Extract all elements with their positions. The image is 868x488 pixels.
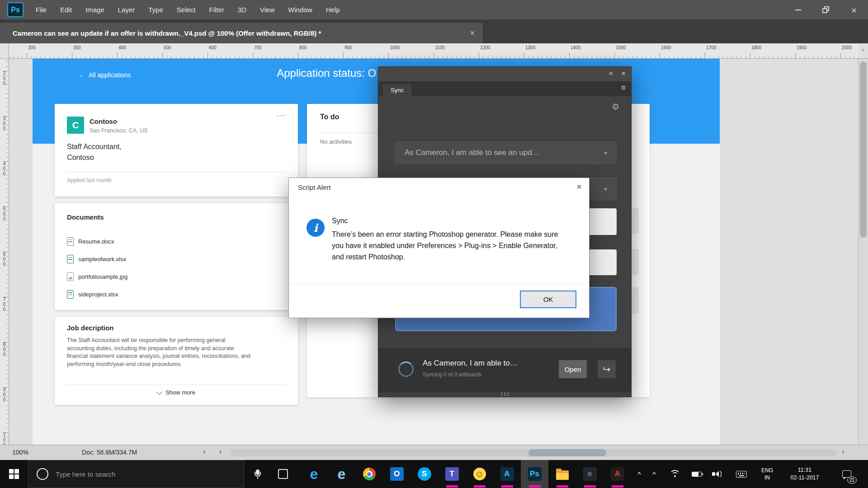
running-indicator [446, 485, 458, 488]
ruler-mark: 2000 [842, 45, 852, 50]
running-indicator [584, 485, 596, 488]
volume-button[interactable]: ) [708, 460, 726, 488]
chevron-up-icon: ^ [637, 470, 641, 478]
taskbar-acrobat-button[interactable]: A [604, 460, 631, 488]
menu-bar: Ps FileEditImageLayerTypeSelectFilter3DV… [0, 0, 868, 20]
menu-item-help[interactable]: Help [319, 0, 347, 20]
search-input[interactable] [55, 470, 204, 479]
script-alert-dialog: Script Alert × i Sync There’s been an er… [288, 178, 590, 318]
show-hidden-icons-button[interactable]: ^ [631, 460, 647, 488]
ok-button[interactable]: OK [520, 291, 576, 308]
back-arrow-icon: ← [78, 71, 85, 79]
minimize-button[interactable] [784, 0, 812, 20]
restore-button[interactable] [812, 0, 840, 20]
taskbar-emoji-button[interactable]: ☺ [466, 460, 493, 488]
chevron-down-icon [156, 389, 162, 395]
collapse-panel-icon[interactable]: « [609, 69, 613, 77]
horizontal-scrollbar-thumb[interactable] [528, 449, 606, 456]
ruler-mark: 1400 [571, 45, 580, 50]
vertical-scrollbar[interactable] [858, 59, 868, 445]
menu-item-file[interactable]: File [29, 0, 53, 20]
info-icon: i [307, 219, 325, 237]
taskbar-teams-button[interactable]: T [438, 460, 466, 488]
menu-item-3d[interactable]: 3D [231, 0, 253, 20]
window-controls: × [784, 0, 868, 20]
menu-item-select[interactable]: Select [170, 0, 203, 20]
tab-sync[interactable]: Sync [383, 84, 411, 96]
taskbar-photoshop-button[interactable]: Ps [521, 460, 548, 488]
tray-chevron-button[interactable]: ^ [647, 460, 661, 488]
ruler-mark: 200 [28, 45, 36, 50]
ruler-mark: 1200 [480, 45, 490, 50]
touch-keyboard-button[interactable] [731, 460, 751, 488]
document-size-info: Doc: 58.8M/334.7M [82, 449, 137, 456]
artboard-dropdown[interactable]: As Cameron, I am able to see an upd… ▾ [395, 141, 617, 164]
sync-panel-tabstrip: Sync ≡ [378, 81, 631, 96]
ruler-mark: 8 0 0 [0, 342, 9, 357]
notification-badge: 21 [847, 477, 857, 483]
share-button[interactable]: ↪ [598, 360, 616, 378]
time-text: 11:31 [798, 466, 811, 474]
date-text: 02-11-2017 [790, 474, 819, 482]
ruler-mark: 9 0 0 [0, 387, 9, 402]
taskbar-app-a-button[interactable]: A [493, 460, 521, 488]
ruler-mark: 7 0 0 [0, 297, 9, 312]
menu-item-type[interactable]: Type [142, 0, 170, 20]
panel-menu-icon[interactable]: ≡ [621, 83, 626, 93]
battery-button[interactable] [688, 460, 705, 488]
task-view-button[interactable] [271, 460, 295, 488]
panel-resize-grip[interactable] [501, 392, 509, 396]
taskbar-file-explorer-button[interactable] [548, 460, 576, 488]
job-role-line2: Contoso [67, 154, 94, 162]
document-name: sideproject.xlsx [78, 291, 118, 298]
start-button[interactable] [0, 460, 28, 488]
taskbar-app-dark-button[interactable]: ■ [576, 460, 604, 488]
taskbar-chrome-button[interactable] [355, 460, 383, 488]
dialog-close-icon[interactable]: × [576, 182, 582, 192]
clock[interactable]: 11:31 02-11-2017 [781, 460, 828, 488]
open-button[interactable]: Open [559, 360, 587, 378]
close-panel-icon[interactable]: × [621, 69, 626, 78]
tab-close-icon[interactable]: × [470, 28, 475, 38]
menu-item-window[interactable]: Window [281, 0, 319, 20]
language-indicator[interactable]: ENG IN [756, 460, 778, 488]
taskbar-edge-button[interactable]: e [300, 460, 328, 488]
microphone-button[interactable] [246, 460, 269, 488]
scroll-up-button[interactable]: ^ [858, 43, 868, 59]
taskbar-search[interactable] [28, 460, 244, 488]
divider [67, 385, 286, 385]
menu-item-edit[interactable]: Edit [53, 0, 79, 20]
ruler-corner [0, 43, 9, 59]
vertical-scrollbar-thumb[interactable] [860, 61, 867, 238]
scroll-left-arrow[interactable]: ‹ [219, 448, 222, 456]
divider [289, 284, 589, 284]
taskbar-outlook-button[interactable]: O [383, 460, 410, 488]
xls-file-icon [67, 290, 74, 299]
doc-file-icon [67, 237, 74, 246]
ruler-mark: 1300 [525, 45, 535, 50]
menu-item-image[interactable]: Image [79, 0, 111, 20]
taskbar-skype-button[interactable]: S [410, 460, 438, 488]
status-menu-arrow[interactable]: › [203, 448, 205, 456]
scroll-right-arrow[interactable]: › [842, 448, 844, 456]
taskbar-internet-explorer-button[interactable]: e [328, 460, 355, 488]
action-center-button[interactable]: 21 [835, 460, 858, 488]
chrome-icon-center [367, 472, 371, 476]
zoom-level[interactable]: 100% [12, 449, 28, 456]
gear-icon[interactable]: ⚙ [612, 102, 619, 112]
dialog-title: Script Alert [298, 183, 331, 191]
document-tab[interactable]: Cameron can see an update if an offer is… [0, 23, 483, 43]
close-window-button[interactable]: × [840, 0, 868, 20]
design-page-title: Application status: O [277, 67, 376, 80]
menu-item-filter[interactable]: Filter [203, 0, 231, 20]
network-button[interactable] [667, 460, 684, 488]
menu-items: FileEditImageLayerTypeSelectFilter3DView… [29, 0, 347, 20]
ruler-mark: 5 0 0 [0, 206, 9, 221]
menu-item-view[interactable]: View [253, 0, 281, 20]
close-icon: × [851, 5, 857, 15]
sync-panel-titlebar[interactable]: « × [378, 67, 631, 81]
ruler-mark: 700 [254, 45, 262, 50]
back-link-label: All applications [89, 71, 131, 79]
menu-item-layer[interactable]: Layer [111, 0, 142, 20]
photoshop-app-icon[interactable]: Ps [7, 2, 24, 17]
